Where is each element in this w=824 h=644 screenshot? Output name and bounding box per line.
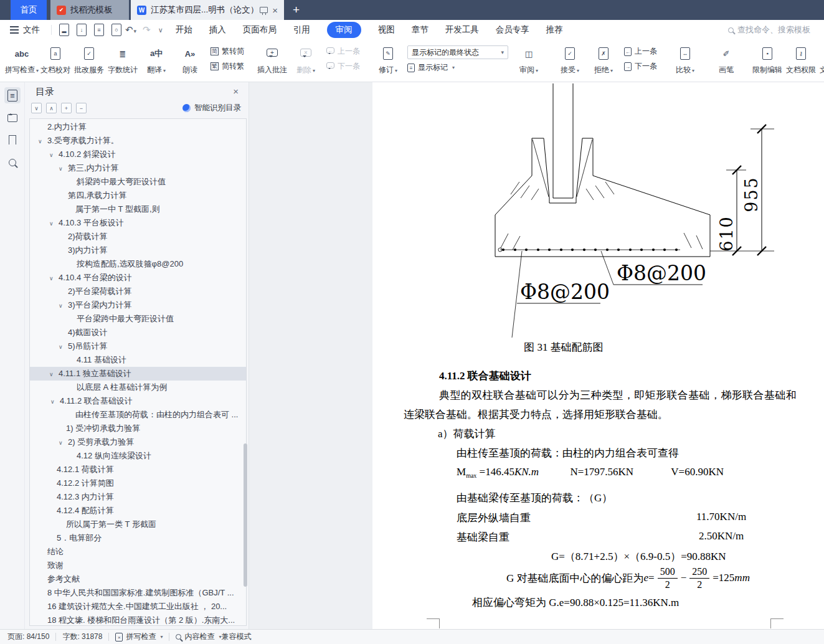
show-markup-button[interactable]: 显示标记▾ — [407, 62, 508, 73]
toc-item[interactable]: ∨4.11.1 独立基础设计 — [30, 367, 246, 381]
read-aloud-button[interactable]: A»朗读 — [173, 44, 207, 77]
reject-button[interactable]: 拒绝▾ — [587, 44, 620, 77]
toc-item[interactable]: ∨4.10.3 平台板设计 — [30, 216, 246, 230]
toc-item[interactable]: 参考文献 — [30, 572, 246, 586]
toc-item[interactable]: ∨3.受弯承载力计算。 — [30, 134, 246, 148]
insert-comment-button[interactable]: 插入批注 — [255, 44, 289, 77]
toc-item[interactable]: 4.12.3 内力计算 — [30, 490, 246, 504]
toc-item[interactable]: ∨第三,内力计算 — [30, 161, 246, 175]
review-pane-button[interactable]: ◫审阅▾ — [512, 44, 546, 77]
tab-docer-template[interactable]: ✔ 找稻壳模板 — [50, 0, 129, 20]
toc-item[interactable]: 4.12.4 配筋计算 — [30, 504, 246, 518]
save-icon[interactable] — [59, 24, 69, 36]
restrict-editing-button[interactable]: 限制编辑 — [751, 44, 784, 77]
menu-tab-插入[interactable]: 插入 — [209, 24, 226, 36]
toc-scrollbar-thumb[interactable] — [244, 443, 247, 587]
toc-item[interactable]: ∨5)吊筋计算 — [30, 339, 246, 353]
toc-item[interactable]: 结论 — [30, 545, 246, 559]
document-page[interactable]: 610 955 Φ8@200 Φ8@200 图 31 基础配筋图 4.11.2 … — [372, 82, 824, 629]
menu-tab-页面布局[interactable]: 页面布局 — [243, 24, 277, 36]
change-nav-下一条-button[interactable]: 下一条 — [624, 61, 657, 72]
more-commands-icon[interactable]: ∨ — [158, 26, 163, 34]
toc-item[interactable]: 2)平台梁荷载计算 — [30, 285, 246, 298]
material-box-button[interactable] — [4, 110, 21, 126]
toc-item[interactable]: 18 程文壕. 楼梯和阳台雨蓬设计（第 2 版）.东南大... — [30, 613, 246, 626]
toc-item[interactable]: 2)荷载计算 — [30, 230, 246, 244]
content-check[interactable]: 内容检查▾ — [176, 632, 221, 642]
toc-item[interactable]: 3)内力计算 — [30, 244, 246, 257]
spell-check-button[interactable]: abc拼写检查▾ — [5, 44, 39, 77]
compare-button[interactable]: 比较▾ — [668, 44, 702, 77]
toc-item[interactable]: 第四,承载力计算 — [30, 189, 246, 202]
markup-state-select[interactable]: 显示标记的最终状态▾ — [407, 45, 508, 59]
toc-collapse-all-button[interactable]: ∧ — [46, 103, 57, 113]
word-count-button[interactable]: ≣字数统计 — [106, 44, 140, 77]
toc-item[interactable]: 16 建筑设计规范大全.中国建筑工业出版社 ， 20... — [30, 600, 246, 613]
toc-item[interactable]: 由柱传至基顶的荷载：由柱的内力组合表可 ... — [30, 408, 246, 422]
doc-permission-button[interactable]: 文档权限 — [784, 44, 818, 77]
toc-item[interactable]: ∨4.10.4 平台梁的设计 — [30, 271, 246, 285]
toc-item[interactable]: 4.12.1 荷载计算 — [30, 463, 246, 476]
convert-简转繁-button[interactable]: 繁简转繁 — [211, 61, 244, 72]
chevron-down-icon[interactable]: ∨ — [49, 367, 59, 381]
chevron-down-icon[interactable]: ∨ — [38, 135, 47, 148]
toc-item[interactable]: 4.12.2 计算简图 — [30, 476, 246, 490]
print-icon[interactable] — [94, 24, 104, 36]
toc-item[interactable]: 4.11 基础设计 — [30, 353, 246, 367]
new-tab-button[interactable]: + — [284, 0, 308, 20]
chevron-down-icon[interactable]: ∨ — [49, 272, 59, 285]
accept-button[interactable]: 接受▾ — [553, 44, 587, 77]
toc-item[interactable]: 1) 受冲切承载力验算 — [30, 422, 246, 435]
tab-home[interactable]: 首页 — [11, 0, 47, 20]
page-indicator[interactable]: 页面: 84/150 — [7, 632, 49, 642]
word-count[interactable]: 字数: 31878 — [62, 632, 102, 642]
chevron-down-icon[interactable]: ∨ — [59, 436, 68, 449]
bookmark-button[interactable] — [4, 132, 21, 148]
toc-zoom-in-button[interactable]: + — [61, 103, 72, 113]
toc-item[interactable]: 致谢 — [30, 559, 246, 572]
menu-tab-推荐[interactable]: 推荐 — [546, 24, 563, 36]
toc-close-icon[interactable]: × — [233, 86, 239, 97]
doc-proof-button[interactable]: 文档校对 — [39, 44, 72, 77]
menu-tab-引用[interactable]: 引用 — [293, 24, 310, 36]
print-preview-icon[interactable] — [111, 24, 121, 36]
toc-zoom-out-button[interactable]: − — [76, 103, 87, 113]
toc-item[interactable]: ∨2) 受剪承载力验算 — [30, 435, 246, 449]
toc-item[interactable]: ∨3)平台梁内力计算 — [30, 298, 246, 312]
toc-panel-button[interactable] — [4, 87, 21, 103]
chevron-down-icon[interactable]: ∨ — [59, 340, 68, 353]
chevron-down-icon[interactable]: ∨ — [59, 299, 68, 312]
file-menu-button[interactable]: 文件 — [0, 20, 47, 40]
tab-close-icon[interactable]: × — [272, 6, 278, 15]
toc-item[interactable]: 平台梁跨中最大弯距设计值 — [30, 312, 246, 326]
menu-tab-开始[interactable]: 开始 — [176, 24, 192, 36]
convert-繁转简-button[interactable]: 简繁转简 — [211, 46, 244, 57]
toc-item[interactable]: 属于第一中 T 型截面,则 — [30, 202, 246, 216]
translate-button[interactable]: a中翻译▾ — [140, 44, 173, 77]
toc-item[interactable]: 斜梁跨中最大弯距设计值 — [30, 175, 246, 189]
toc-item[interactable]: ∨4.11.2 联合基础设计 — [30, 394, 246, 408]
toc-item[interactable]: 4.12 纵向连续梁设计 — [30, 449, 246, 463]
toc-item[interactable]: 8 中华人民共和国国家标准.建筑制图标准（GBJ/T ... — [30, 586, 246, 600]
command-search[interactable]: 查找命令、搜索模板 — [728, 24, 810, 36]
chevron-down-icon[interactable]: ∨ — [49, 217, 59, 230]
correction-service-button[interactable]: 批改服务 — [72, 44, 106, 77]
ink-pen-button[interactable]: ✐画笔 — [709, 44, 743, 77]
compat-mode[interactable]: 兼容模式 — [221, 632, 251, 642]
toc-item[interactable]: ∨4.10.2 斜梁设计 — [30, 148, 246, 161]
menu-tab-视图[interactable]: 视图 — [378, 24, 395, 36]
find-button[interactable] — [4, 154, 21, 171]
change-nav-上一条-button[interactable]: 上一条 — [624, 46, 657, 57]
toc-item[interactable]: 所以属于第一类 T 形截面 — [30, 518, 246, 531]
undo-button[interactable]: ↶▾ — [125, 24, 136, 36]
toc-expand-all-button[interactable]: ∨ — [31, 103, 42, 113]
menu-tab-章节[interactable]: 章节 — [412, 24, 429, 36]
tab-document-active[interactable]: W 江苏某市四层...明书（论文） × — [131, 0, 284, 20]
menu-tab-审阅[interactable]: 审阅 — [327, 22, 361, 38]
present-monitor-icon[interactable] — [260, 7, 268, 13]
smart-toc-button[interactable]: 智能识别目录 — [182, 103, 241, 113]
menu-tab-开发工具[interactable]: 开发工具 — [445, 24, 479, 36]
chevron-down-icon[interactable]: ∨ — [50, 395, 60, 408]
chevron-down-icon[interactable]: ∨ — [59, 162, 68, 175]
toc-item[interactable]: 2.内力计算 — [30, 120, 246, 134]
